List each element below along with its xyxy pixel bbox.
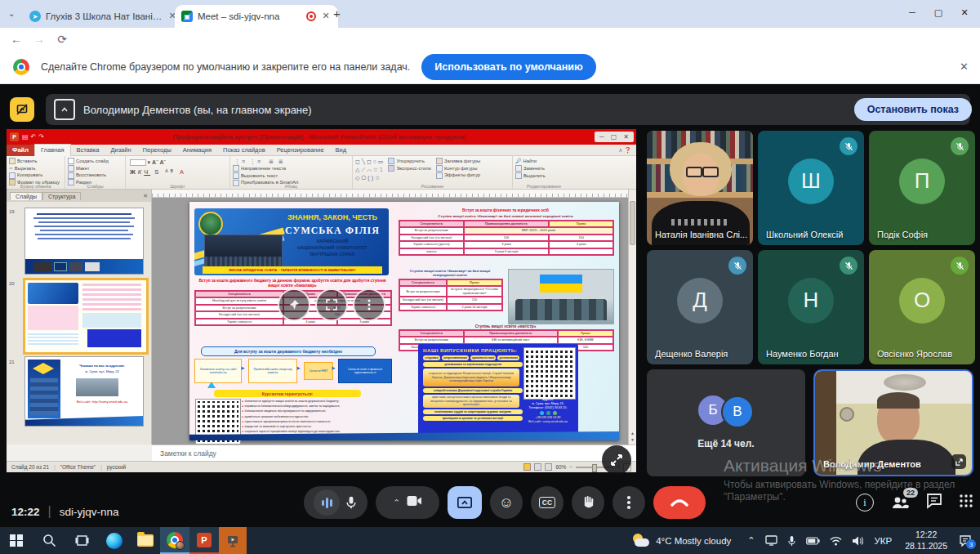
mic-on-icon[interactable] bbox=[345, 495, 358, 510]
back-icon[interactable]: ← bbox=[8, 33, 24, 46]
tray-chevron-icon[interactable]: ⌃ bbox=[747, 535, 755, 546]
weather-label[interactable]: 4°C Mostly cloudy bbox=[656, 536, 731, 546]
find-button[interactable]: 🔎Найти bbox=[515, 158, 572, 165]
presentation-muted-icon[interactable] bbox=[10, 97, 34, 122]
panel-tab-slides[interactable]: Слайды bbox=[10, 192, 42, 200]
tray-battery-icon[interactable] bbox=[806, 537, 820, 545]
more-call-options-icon[interactable] bbox=[612, 486, 645, 519]
ppt-tab-design[interactable]: Дизайн bbox=[105, 145, 136, 156]
participant-tile-deshchenko[interactable]: Д Дещенко Валерія bbox=[647, 250, 753, 364]
keyboard-language[interactable]: УКР bbox=[875, 536, 893, 546]
view-sorter-icon[interactable] bbox=[534, 463, 541, 471]
redo-icon[interactable]: ↷ bbox=[38, 133, 44, 141]
camera-on-icon[interactable] bbox=[407, 495, 422, 510]
slide-thumbnail-20-selected[interactable] bbox=[23, 278, 149, 355]
align-text-button[interactable]: Выровнять текст bbox=[233, 172, 350, 180]
use-default-button[interactable]: Использовать по умолчанию bbox=[421, 54, 595, 80]
panel-close-icon[interactable]: ✕ bbox=[143, 193, 148, 199]
minimize-icon[interactable]: ─ bbox=[906, 7, 918, 18]
expand-presentation-icon[interactable] bbox=[602, 445, 631, 475]
shape-outline-button[interactable]: Контур фигуры bbox=[436, 165, 480, 172]
raise-hand-button[interactable] bbox=[572, 486, 604, 519]
new-tab-button[interactable]: + bbox=[333, 7, 341, 20]
ppt-tab-home[interactable]: Главная bbox=[34, 144, 71, 157]
info-icon[interactable]: i bbox=[856, 494, 874, 512]
tray-display-icon[interactable] bbox=[765, 535, 777, 546]
more-options-icon[interactable] bbox=[353, 288, 385, 321]
taskbar-slideshow-active[interactable] bbox=[219, 527, 247, 554]
task-view-icon[interactable] bbox=[65, 527, 98, 554]
tray-volume-icon[interactable] bbox=[852, 536, 863, 546]
tray-mic-icon[interactable] bbox=[787, 535, 796, 547]
tab-telegram[interactable]: ➤ Глухів 3 Школа Нат Іванівна К ✕ bbox=[23, 5, 185, 28]
tab-close-icon[interactable]: ✕ bbox=[320, 11, 332, 22]
people-icon[interactable]: 22 bbox=[890, 494, 910, 511]
reset-button[interactable]: Восстановить bbox=[68, 172, 122, 179]
ppt-tab-animation[interactable]: Анимация bbox=[177, 145, 217, 156]
view-show-icon[interactable] bbox=[545, 463, 552, 471]
taskbar-powerpoint-active[interactable]: P bbox=[189, 527, 219, 554]
panel-tab-outline[interactable]: Структура bbox=[42, 192, 81, 200]
copy-button[interactable]: Копировать bbox=[9, 172, 62, 179]
captions-button[interactable]: CC bbox=[531, 486, 564, 519]
activities-grid-icon[interactable] bbox=[959, 494, 973, 512]
end-call-button[interactable] bbox=[653, 486, 706, 519]
participant-tile-podik[interactable]: П Подік Софія bbox=[869, 131, 975, 245]
view-normal-icon[interactable] bbox=[523, 463, 531, 471]
fullscreen-icon[interactable] bbox=[315, 288, 348, 321]
chat-icon[interactable] bbox=[926, 493, 942, 512]
save-icon[interactable]: ▤ bbox=[22, 133, 29, 141]
ppt-tab-file[interactable]: Файл bbox=[7, 145, 34, 156]
font-style-buttons[interactable]: ЖКЧ S ᴬᴮ А bbox=[130, 168, 227, 176]
participant-tile-naumenko[interactable]: Н Науменко Богдан bbox=[758, 250, 864, 364]
zoom-out-icon[interactable]: − bbox=[569, 464, 572, 470]
audio-settings-button[interactable] bbox=[304, 486, 368, 519]
text-direction-button[interactable]: Направление текста bbox=[233, 165, 350, 172]
shape-effects-button[interactable]: Эффекты фигур bbox=[436, 172, 480, 179]
start-button[interactable] bbox=[0, 527, 33, 554]
ppt-tab-review[interactable]: Рецензирование bbox=[271, 145, 330, 156]
ppt-scrollbar[interactable]: ▲▼ bbox=[628, 190, 636, 445]
banner-close-icon[interactable]: ✕ bbox=[960, 60, 969, 73]
edge-icon[interactable] bbox=[98, 527, 131, 554]
ppt-tab-slideshow[interactable]: Показ слайдов bbox=[217, 145, 271, 156]
ribbon-collapse-icon[interactable]: ∧ ❓ bbox=[618, 147, 631, 154]
camera-settings-button[interactable]: ⌃ bbox=[376, 486, 439, 519]
tab-meet[interactable]: ▣ Meet – sdi-yjqv-nna ✕ bbox=[175, 5, 338, 28]
shape-fill-button[interactable]: Заливка фигуры bbox=[436, 158, 480, 165]
list-buttons[interactable]: ⋮≡ ⋮≡ ≣ ≣ bbox=[234, 159, 350, 165]
stop-sharing-screen-button[interactable] bbox=[448, 486, 482, 519]
reload-icon[interactable]: ⟳ bbox=[54, 33, 70, 46]
ppt-minimize-icon[interactable]: ─ bbox=[599, 133, 604, 141]
participant-tile-ovsiienko[interactable]: О Овсієнко Ярослав bbox=[869, 250, 975, 364]
notification-center-icon[interactable]: 3 bbox=[959, 534, 972, 547]
ppt-close-icon[interactable]: ✕ bbox=[623, 133, 629, 141]
participant-tile-natalia[interactable]: Наталія Іванівна Слі... bbox=[647, 131, 753, 245]
cut-button[interactable]: ✂Вырезать bbox=[9, 165, 62, 172]
arrange-button[interactable]: Упорядочить bbox=[388, 158, 430, 165]
shapes-gallery[interactable]: ◻ ╲ ◻ ○ ▭△ ⟋ ⌒ ☆ ⤵◇ ⬠ ( ) ☆ bbox=[355, 158, 383, 181]
tray-wifi-icon[interactable] bbox=[830, 536, 842, 546]
emoji-reactions-button[interactable]: ☺ bbox=[490, 486, 523, 519]
weather-icon[interactable] bbox=[631, 533, 651, 549]
slide-thumbnail-21[interactable]: Чекаємо на вас за адресою: м. Суми, вул.… bbox=[24, 356, 144, 427]
popout-icon[interactable] bbox=[951, 454, 966, 469]
ppt-notes-area[interactable]: Заметки к слайду bbox=[152, 445, 636, 461]
search-icon[interactable] bbox=[33, 527, 65, 554]
taskbar-chrome-active[interactable] bbox=[160, 527, 189, 554]
undo-icon[interactable]: ↶ bbox=[31, 133, 37, 141]
ppt-tab-transitions[interactable]: Переходы bbox=[137, 145, 177, 156]
forward-icon[interactable]: → bbox=[31, 33, 47, 46]
pin-icon[interactable] bbox=[278, 288, 310, 321]
participant-tile-shkolnyi[interactable]: Ш Школьний Олексій bbox=[758, 131, 864, 245]
chevron-up-icon[interactable]: ⌃ bbox=[393, 498, 400, 508]
replace-button[interactable]: Заменить bbox=[515, 165, 572, 172]
stop-presenting-button[interactable]: Остановить показ bbox=[854, 98, 972, 121]
layout-button[interactable]: Макет bbox=[68, 165, 122, 172]
file-explorer-icon[interactable] bbox=[131, 527, 160, 554]
ppt-tab-view[interactable]: Вид bbox=[330, 145, 353, 156]
slide-thumbnail-19[interactable] bbox=[24, 208, 144, 275]
select-button[interactable]: Выделить bbox=[515, 172, 572, 180]
maximize-icon[interactable]: ▢ bbox=[933, 7, 944, 18]
ppt-tab-insert[interactable]: Вставка bbox=[71, 145, 105, 156]
